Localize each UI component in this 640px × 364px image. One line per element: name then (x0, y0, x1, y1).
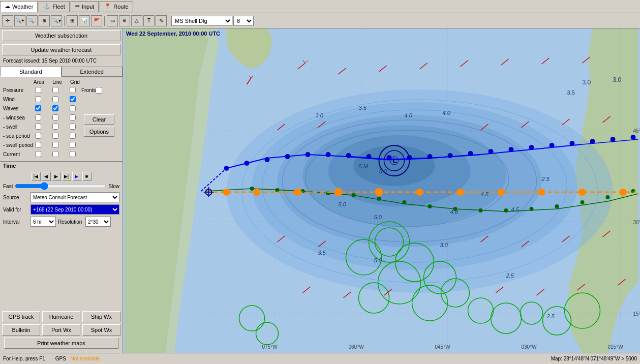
time-play-btn[interactable]: ▶ (52, 172, 61, 181)
seaperiod-line-cb[interactable] (52, 133, 58, 139)
clear-btn[interactable]: Clear (84, 114, 114, 125)
svg-text:075°W: 075°W (262, 344, 278, 350)
tab-extended[interactable]: Extended (62, 67, 123, 77)
time-play2-btn[interactable]: ▶ (72, 172, 81, 181)
chart-btn[interactable]: 📊 (79, 15, 90, 26)
svg-point-98 (538, 189, 545, 196)
svg-text:5.0: 5.0 (379, 168, 387, 174)
flag-btn[interactable]: 🚩 (91, 15, 102, 26)
svg-text:060°W: 060°W (349, 344, 364, 350)
fleet-icon: ⚓ (43, 3, 50, 10)
tab-weather-label: Weather (12, 4, 33, 10)
spot-wx-btn[interactable]: Spot Wx (82, 324, 120, 336)
clear-options-area: Clear Options (84, 114, 119, 159)
swellperiod-line-cb[interactable] (52, 142, 58, 148)
font-size-select[interactable]: 8 (233, 16, 254, 26)
wind-line-cb[interactable] (52, 96, 58, 102)
update-forecast-btn[interactable]: Update weather forecast (2, 44, 120, 55)
font-select[interactable]: MS Shell Dlg (171, 16, 232, 26)
hurricane-btn[interactable]: Hurricane (42, 311, 80, 322)
time-stop-btn[interactable]: ■ (82, 172, 92, 181)
swellperiod-grid-cb[interactable] (70, 142, 76, 148)
label-swell-period: - swell period (3, 142, 34, 148)
svg-point-29 (265, 157, 270, 162)
valid-select[interactable]: +168 (22 Sep 2010 00:00) (31, 204, 119, 215)
svg-point-41 (509, 147, 514, 152)
zoom-extent-btn[interactable]: ⊕ (39, 15, 50, 26)
seaperiod-area-cb[interactable] (35, 133, 41, 139)
source-select[interactable]: Meteo Consult Forecast (31, 192, 119, 202)
pressure-area-cb[interactable] (35, 87, 41, 93)
row-windsea: - windsea (3, 113, 84, 122)
fronts-cb[interactable] (96, 87, 102, 94)
svg-text:15°N: 15°N (633, 311, 641, 317)
label-sea-period: - sea period (3, 133, 34, 139)
port-wx-btn[interactable]: Port Wx (42, 324, 80, 336)
checks-waves (34, 105, 77, 111)
print-btn[interactable]: Print weather maps (4, 338, 118, 349)
swellperiod-area-cb[interactable] (35, 142, 41, 148)
text-btn[interactable]: T (143, 15, 155, 26)
wind-area-cb[interactable] (35, 96, 41, 102)
pressure-line-cb[interactable] (52, 87, 58, 93)
rect-btn[interactable]: ▭ (107, 15, 118, 26)
speed-slider[interactable] (15, 183, 106, 189)
windsea-line-cb[interactable] (52, 114, 58, 120)
source-label: Source (3, 195, 28, 200)
label-swell: - swell (3, 124, 34, 130)
interval-select[interactable]: 6 hr (31, 217, 56, 227)
row-waves: Waves (3, 104, 119, 112)
edit-btn[interactable]: ✎ (156, 15, 167, 26)
swell-grid-cb[interactable] (70, 124, 76, 130)
swell-line-cb[interactable] (52, 124, 58, 130)
tab-weather[interactable]: ☁ Weather (0, 1, 38, 12)
resolution-select[interactable]: 2°30 (85, 217, 111, 227)
zoom-custom-btn[interactable]: 🔍▾ (51, 15, 62, 26)
tab-fleet[interactable]: ⚓ Fleet (39, 1, 69, 12)
sep2 (104, 16, 105, 26)
svg-text:45°N: 45°N (633, 128, 641, 134)
waves-area-cb[interactable] (35, 105, 41, 111)
sub-rows: - windsea - swell - sea period - swell p… (3, 113, 84, 159)
crosshair-btn[interactable]: ✛ (2, 15, 13, 26)
svg-point-93 (334, 188, 343, 196)
svg-point-43 (550, 143, 555, 148)
time-next-btn[interactable]: ▶| (62, 172, 71, 181)
time-section-header: Time (0, 161, 123, 170)
svg-point-44 (570, 141, 575, 146)
waves-line-cb[interactable] (52, 105, 58, 111)
current-area-cb[interactable] (35, 151, 41, 157)
source-row: Source Meteo Consult Forecast (0, 191, 123, 203)
tab-route[interactable]: 📍 Route (100, 1, 133, 12)
waves-grid-cb[interactable] (70, 105, 76, 111)
grid-btn[interactable]: ⊞ (67, 15, 78, 26)
svg-point-62 (377, 197, 381, 201)
tab-input[interactable]: ✏ Input (71, 1, 99, 12)
svg-point-66 (479, 208, 483, 213)
windsea-grid-cb[interactable] (70, 114, 76, 120)
bulletin-btn[interactable]: Bulletin (2, 324, 40, 336)
gps-track-btn[interactable]: GPS track (2, 311, 40, 322)
wind-grid-cb[interactable] (70, 96, 76, 102)
ship-wx-btn[interactable]: Ship Wx (82, 311, 120, 322)
weather-subscription-btn[interactable]: Weather subscription (2, 30, 120, 41)
zoom-out-btn[interactable]: 🔍- (26, 15, 38, 26)
time-prev-btn[interactable]: ◀ (42, 172, 51, 181)
options-btn[interactable]: Options (84, 127, 114, 137)
pressure-grid-cb[interactable] (70, 87, 76, 93)
windsea-area-cb[interactable] (35, 114, 41, 120)
map-area[interactable]: Wed 22 September, 2010 00:00 UTC (123, 28, 640, 353)
lines-btn[interactable]: ≡ (119, 15, 130, 26)
current-line-cb[interactable] (52, 151, 58, 157)
current-grid-cb[interactable] (70, 151, 76, 157)
time-first-btn[interactable]: |◀ (32, 172, 41, 181)
tab-standard[interactable]: Standard (0, 67, 62, 77)
slow-label: Slow (108, 184, 119, 189)
triangle-btn[interactable]: △ (131, 15, 142, 26)
zoom-in-btn[interactable]: 🔍+ (14, 15, 25, 26)
svg-point-28 (245, 161, 250, 166)
seaperiod-grid-cb[interactable] (70, 133, 76, 139)
svg-point-42 (529, 145, 534, 150)
label-current: Current (3, 151, 34, 157)
swell-area-cb[interactable] (35, 124, 41, 130)
